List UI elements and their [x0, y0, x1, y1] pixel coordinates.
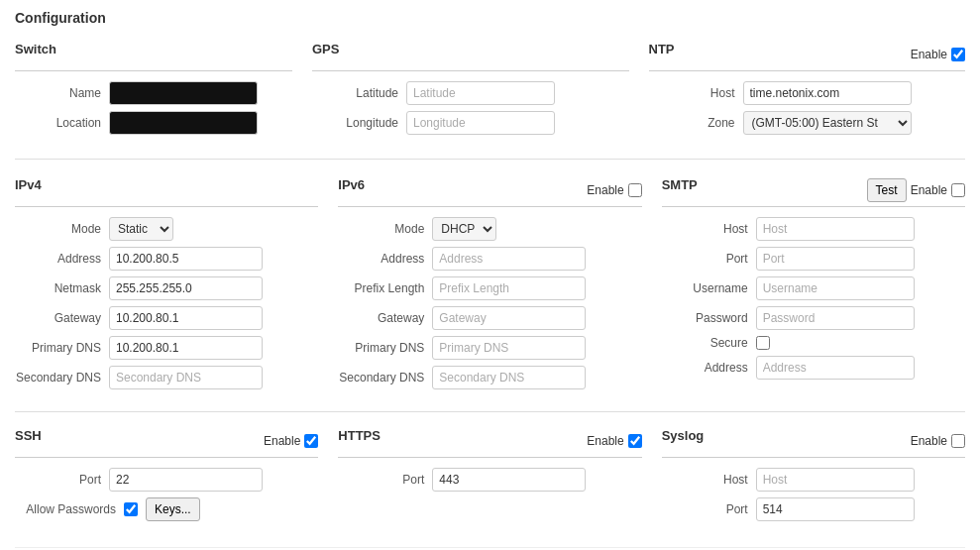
smtp-host-row: Host: [662, 217, 965, 241]
ipv6-gateway-label: Gateway: [338, 311, 432, 325]
smtp-enable-checkbox[interactable]: [951, 183, 965, 197]
smtp-host-input[interactable]: [756, 217, 915, 241]
ntp-enable-checkbox[interactable]: [951, 48, 965, 61]
ipv4-mode-label: Mode: [15, 222, 109, 236]
ntp-section: NTP Enable Host time.netonix.com Zone (G…: [649, 34, 966, 149]
ipv6-header: IPv6 Enable: [338, 177, 641, 207]
switch-name-input[interactable]: [109, 81, 258, 105]
ipv6-address-input[interactable]: [432, 247, 586, 271]
ipv6-title: IPv6: [338, 177, 365, 194]
smtp-section: SMTP Test Enable Host Port Username Pass…: [662, 169, 965, 403]
gps-latitude-input[interactable]: [406, 81, 555, 105]
smtp-port-label: Port: [662, 252, 756, 266]
switch-name-label: Name: [15, 86, 109, 100]
smtp-port-input[interactable]: [756, 247, 915, 271]
ipv4-address-row: Address 10.200.80.5: [15, 247, 318, 271]
gps-longitude-row: Longitude: [312, 111, 629, 135]
smtp-test-button[interactable]: Test: [867, 178, 907, 202]
ssh-enable-checkbox[interactable]: [304, 434, 318, 448]
ipv4-header: IPv4: [15, 177, 318, 207]
ipv4-gateway-input[interactable]: 10.200.80.1: [109, 306, 263, 330]
ipv6-primary-dns-label: Primary DNS: [338, 341, 432, 355]
https-port-row: Port 443: [338, 468, 641, 492]
smtp-enable-label: Enable: [911, 183, 947, 197]
ipv6-primary-dns-input[interactable]: [432, 336, 586, 360]
syslog-port-row: Port 514: [662, 497, 965, 521]
syslog-section: Syslog Enable Host Port 514: [662, 420, 965, 535]
ipv4-address-input[interactable]: 10.200.80.5: [109, 247, 263, 271]
ssh-allow-passwords-row: Allow Passwords Keys...: [15, 497, 318, 521]
https-port-input[interactable]: 443: [432, 468, 586, 492]
smtp-port-row: Port: [662, 247, 965, 271]
syslog-host-row: Host: [662, 468, 965, 492]
smtp-secure-checkbox[interactable]: [756, 336, 770, 350]
ipv4-netmask-row: Netmask 255.255.255.0: [15, 276, 318, 300]
ipv6-mode-select[interactable]: DHCP Static: [432, 217, 496, 241]
syslog-title: Syslog: [662, 428, 705, 445]
syslog-enable-group: Enable: [911, 434, 965, 448]
ssh-header: SSH Enable: [15, 428, 318, 458]
https-section: HTTPS Enable Port 443: [338, 420, 641, 535]
ipv4-primary-dns-row: Primary DNS 10.200.80.1: [15, 336, 318, 360]
ntp-zone-select[interactable]: (GMT-05:00) Eastern St (GMT-06:00) Centr…: [743, 111, 912, 135]
top-section: Switch Name Location GPS Latitude Longit…: [15, 34, 965, 160]
ipv6-enable-checkbox[interactable]: [628, 183, 642, 197]
ssh-allow-passwords-checkbox[interactable]: [124, 502, 138, 516]
ipv4-netmask-input[interactable]: 255.255.255.0: [109, 276, 263, 300]
smtp-secure-label: Secure: [662, 336, 756, 350]
ipv4-mode-select[interactable]: Static DHCP: [109, 217, 173, 241]
smtp-address-input[interactable]: [756, 356, 915, 380]
smtp-header: SMTP Test Enable: [662, 177, 965, 207]
ipv6-gateway-input[interactable]: [432, 306, 586, 330]
ntp-zone-row: Zone (GMT-05:00) Eastern St (GMT-06:00) …: [649, 111, 966, 135]
ipv6-secondary-dns-input[interactable]: [432, 366, 586, 389]
switch-name-row: Name: [15, 81, 292, 105]
gps-header: GPS: [312, 42, 629, 71]
ipv4-primary-dns-input[interactable]: 10.200.80.1: [109, 336, 263, 360]
ssh-port-label: Port: [15, 473, 109, 487]
ipv6-enable-group: Enable: [587, 183, 641, 197]
syslog-header: Syslog Enable: [662, 428, 965, 458]
https-enable-checkbox[interactable]: [628, 434, 642, 448]
ipv6-address-label: Address: [338, 252, 432, 266]
ipv6-prefix-length-input[interactable]: [432, 276, 586, 300]
ssh-enable-label: Enable: [264, 434, 300, 448]
gps-section: GPS Latitude Longitude: [312, 34, 629, 149]
ipv4-secondary-dns-label: Secondary DNS: [15, 371, 109, 385]
ipv4-secondary-dns-input[interactable]: [109, 366, 263, 389]
ntp-header: NTP Enable: [649, 42, 966, 71]
ipv4-gateway-label: Gateway: [15, 311, 109, 325]
smtp-password-input[interactable]: [756, 306, 915, 330]
syslog-port-input[interactable]: 514: [756, 497, 915, 521]
ipv6-primary-dns-row: Primary DNS: [338, 336, 641, 360]
switch-location-row: Location: [15, 111, 292, 135]
smtp-secure-row: Secure: [662, 336, 965, 350]
switch-location-label: Location: [15, 116, 109, 130]
ntp-title: NTP: [649, 42, 675, 58]
middle-section: IPv4 Mode Static DHCP Address 10.200.80.…: [15, 169, 965, 403]
ipv6-section: IPv6 Enable Mode DHCP Static Address Pre…: [338, 169, 641, 403]
page-title: Configuration: [15, 10, 965, 26]
syslog-host-input[interactable]: [756, 468, 915, 492]
smtp-username-input[interactable]: [756, 276, 915, 300]
ipv6-gateway-row: Gateway: [338, 306, 641, 330]
ipv6-secondary-dns-row: Secondary DNS: [338, 366, 641, 389]
ipv4-address-label: Address: [15, 252, 109, 266]
https-title: HTTPS: [338, 428, 381, 445]
smtp-password-row: Password: [662, 306, 965, 330]
ipv6-mode-label: Mode: [338, 222, 432, 236]
ipv4-gateway-row: Gateway 10.200.80.1: [15, 306, 318, 330]
syslog-enable-checkbox[interactable]: [951, 434, 965, 448]
ntp-host-input[interactable]: time.netonix.com: [743, 81, 912, 105]
smtp-username-label: Username: [662, 281, 756, 295]
ssh-section: SSH Enable Port 22 Allow Passwords Keys.…: [15, 420, 318, 535]
gps-longitude-input[interactable]: [406, 111, 555, 135]
ipv4-mode-row: Mode Static DHCP: [15, 217, 318, 241]
ssh-port-input[interactable]: 22: [109, 468, 263, 492]
gps-latitude-label: Latitude: [312, 86, 406, 100]
smtp-address-label: Address: [662, 361, 756, 375]
ipv6-mode-row: Mode DHCP Static: [338, 217, 641, 241]
ssh-keys-button[interactable]: Keys...: [146, 497, 200, 521]
gps-title: GPS: [312, 42, 339, 58]
switch-location-input[interactable]: [109, 111, 258, 135]
